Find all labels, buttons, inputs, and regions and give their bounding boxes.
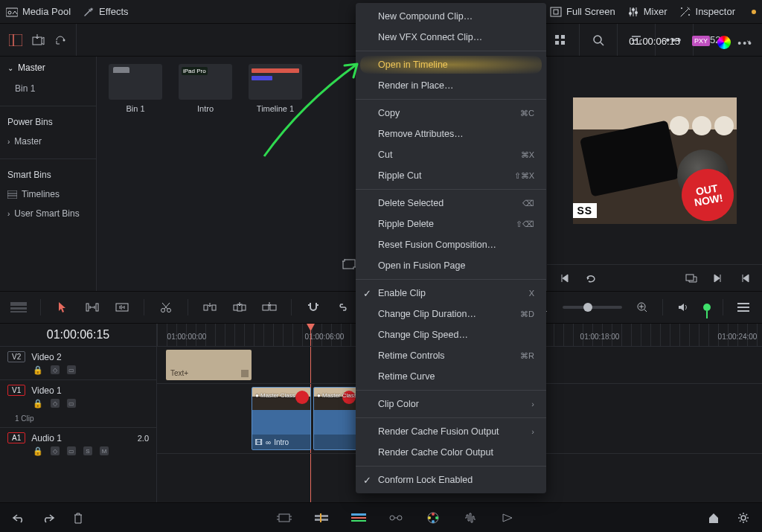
link-button[interactable]: [335, 299, 351, 315]
mixer-button[interactable]: Mixer: [627, 6, 667, 18]
inspector-button[interactable]: Inspector: [679, 6, 735, 18]
track-header-a1[interactable]: A1Audio 12.0 🔒◇▭SM: [0, 427, 156, 461]
menu-item[interactable]: Cut⌘X: [356, 144, 546, 165]
deliver-page-button[interactable]: [499, 510, 516, 526]
menu-item[interactable]: Ripple Delete⇧⌫: [356, 214, 546, 234]
menu-item[interactable]: New Compound Clip…: [356, 6, 546, 27]
track-visible-button[interactable]: ▭: [67, 365, 76, 374]
search-button[interactable]: [590, 32, 606, 48]
undo-button[interactable]: [10, 510, 27, 526]
menu-item[interactable]: Render Cache Fusion Output›: [356, 421, 546, 442]
bin-folder[interactable]: Bin 1: [109, 64, 162, 113]
redo-button[interactable]: [40, 510, 57, 526]
svg-point-12: [63, 39, 65, 41]
lock-icon[interactable]: 🔒: [33, 399, 43, 408]
effects-tab[interactable]: Effects: [83, 6, 129, 18]
smart-bin-timelines[interactable]: Timelines: [0, 185, 96, 204]
menu-item[interactable]: Copy⌘C: [356, 103, 546, 124]
menu-item[interactable]: New VFX Connect Clip…: [356, 27, 546, 48]
auto-select-button[interactable]: ◇: [51, 399, 60, 408]
menu-item[interactable]: Change Clip Duration…⌘D: [356, 304, 546, 324]
master-bin[interactable]: ⌄Master: [0, 57, 96, 79]
volume-button[interactable]: [675, 299, 691, 315]
clip-timeline[interactable]: Timeline 1: [249, 64, 302, 113]
menu-item[interactable]: Conform Lock Enabled: [356, 469, 546, 490]
thumbnail-view-button[interactable]: [552, 32, 569, 48]
menu-item[interactable]: Enable ClipX: [356, 283, 546, 304]
compound-clip[interactable]: [313, 387, 358, 450]
menu-item[interactable]: Render Cache Color Output: [356, 442, 546, 463]
chevron-right-icon: ›: [7, 138, 10, 146]
proxy-badge[interactable]: PXY: [692, 36, 710, 46]
text-clip[interactable]: [166, 350, 252, 380]
media-page-button[interactable]: [276, 510, 292, 526]
snapping-button[interactable]: [305, 299, 321, 315]
loop-button[interactable]: [583, 270, 599, 286]
media-pool-tab[interactable]: Media Pool: [6, 6, 71, 17]
delete-button[interactable]: [70, 510, 86, 526]
bin-list-view-button[interactable]: [7, 32, 24, 48]
mute-button[interactable]: M: [100, 446, 109, 455]
menu-item[interactable]: Reset Fusion Composition…: [356, 234, 546, 255]
transform-overlay-button[interactable]: [341, 256, 357, 272]
fairlight-page-button[interactable]: [462, 510, 478, 526]
smart-bin-user[interactable]: ›User Smart Bins: [0, 204, 96, 223]
edit-page-button[interactable]: [350, 510, 367, 526]
fusion-page-button[interactable]: [388, 510, 404, 526]
track-audible-button[interactable]: ▭: [67, 446, 76, 455]
menu-item[interactable]: Remove Attributes…: [356, 124, 546, 144]
bypass-color-icon[interactable]: [717, 36, 731, 49]
menu-item[interactable]: Retime Controls⌘R: [356, 345, 546, 366]
bin-item[interactable]: Bin 1: [0, 79, 96, 98]
overwrite-clip-button[interactable]: [231, 299, 248, 315]
lock-icon[interactable]: 🔒: [33, 365, 43, 375]
dynamic-trim-button[interactable]: [114, 299, 130, 315]
compound-clip[interactable]: 🎞∞Intro: [252, 387, 311, 450]
sync-clips-button[interactable]: [52, 32, 68, 48]
menu-item[interactable]: Retime Curve: [356, 366, 546, 387]
insert-clip-button[interactable]: [202, 299, 218, 315]
track-level: 2.0: [138, 434, 149, 443]
timeline-view-options-button[interactable]: [10, 299, 27, 315]
auto-select-button[interactable]: ◇: [51, 446, 60, 455]
track-header-v2[interactable]: V2Video 2 🔒◇▭: [0, 346, 156, 379]
solo-button[interactable]: S: [83, 446, 92, 455]
full-screen-button[interactable]: Full Screen: [550, 6, 615, 17]
home-button[interactable]: [705, 510, 722, 526]
viewer-timecode[interactable]: 01:00:06:15: [629, 36, 680, 47]
menu-item[interactable]: Clip Color›: [356, 394, 546, 414]
color-page-button[interactable]: [425, 510, 441, 526]
svg-rect-28: [116, 304, 128, 311]
viewer-area[interactable]: SS OUT NOW!: [547, 57, 762, 264]
zoom-slider[interactable]: [563, 306, 622, 309]
menu-item[interactable]: Ripple Cut⇧⌘X: [356, 165, 546, 186]
zoom-in-button[interactable]: [634, 299, 650, 315]
menu-item[interactable]: Render in Place…: [356, 75, 546, 96]
timeline-menu-button[interactable]: [735, 299, 752, 315]
lock-icon[interactable]: 🔒: [33, 446, 43, 456]
menu-item[interactable]: Open in Fusion Page: [356, 255, 546, 276]
menu-item[interactable]: Open in Timeline: [356, 54, 546, 75]
track-header-v1[interactable]: V1Video 1 🔒◇▭ 1 Clip: [0, 379, 156, 427]
cut-page-button[interactable]: [313, 510, 330, 526]
blade-tool-button[interactable]: [158, 299, 174, 315]
next-edit-button[interactable]: [710, 270, 726, 286]
timeline-timecode[interactable]: 01:00:06:15: [0, 324, 156, 346]
replace-clip-button[interactable]: [261, 299, 278, 315]
project-settings-button[interactable]: [735, 510, 752, 526]
trim-tool-button[interactable]: [84, 299, 100, 315]
svg-rect-31: [204, 305, 208, 310]
track-visible-button[interactable]: ▭: [67, 399, 76, 408]
match-frame-button[interactable]: [683, 270, 699, 286]
import-media-button[interactable]: [30, 32, 46, 48]
menu-item[interactable]: Delete Selected⌫: [356, 193, 546, 214]
selection-tool-button[interactable]: [54, 299, 71, 315]
menu-item[interactable]: Change Clip Speed…: [356, 324, 546, 345]
jump-prev-button[interactable]: [556, 270, 572, 286]
power-bin-master[interactable]: ›Master: [0, 132, 96, 151]
auto-select-button[interactable]: ◇: [51, 365, 60, 374]
prev-edit-button[interactable]: [737, 270, 753, 286]
viewer-options-button[interactable]: •••: [737, 37, 753, 49]
volume-dim-button[interactable]: [703, 304, 711, 311]
clip-intro[interactable]: Intro: [179, 64, 232, 113]
